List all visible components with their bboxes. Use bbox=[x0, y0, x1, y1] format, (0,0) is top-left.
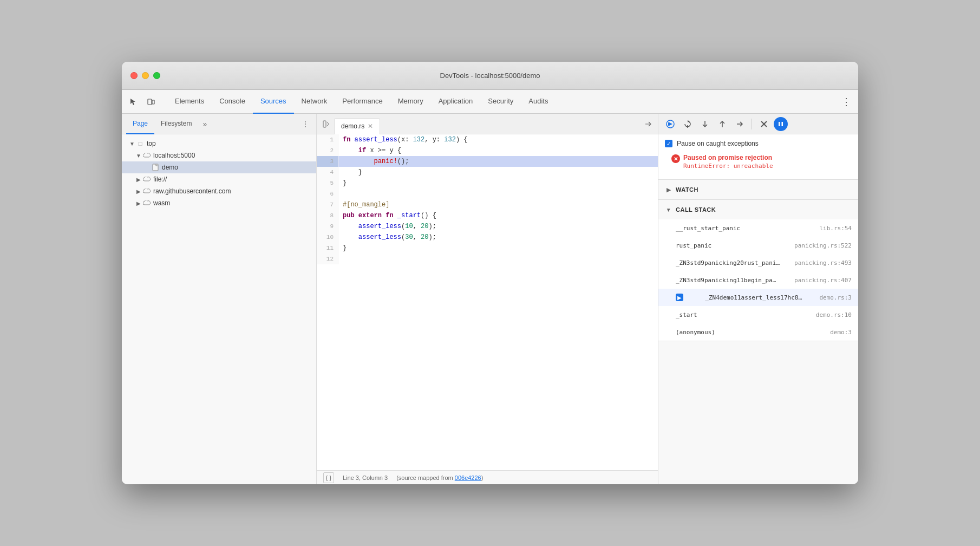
step-out-button[interactable] bbox=[715, 116, 730, 132]
tab-filesystem[interactable]: Filesystem bbox=[154, 114, 198, 134]
tab-memory[interactable]: Memory bbox=[390, 90, 431, 114]
cs-name-3: _ZN3std9panicking20rust_pani… bbox=[676, 259, 780, 266]
pause-on-exception-button[interactable] bbox=[774, 117, 788, 131]
tree-arrow-raw-github: ▶ bbox=[135, 188, 142, 194]
more-panel-tabs-button[interactable]: » bbox=[198, 118, 211, 131]
editor-panel: demo.rs ✕ 1 fn assert_less(x: i32, y: i3… bbox=[317, 114, 658, 484]
tree-item-localhost[interactable]: ▼ localhost:5000 bbox=[122, 150, 316, 161]
tree-item-demo[interactable]: demo bbox=[122, 161, 316, 173]
code-line-2: 2 if x >= y { bbox=[317, 145, 658, 156]
pause-on-caught-checkbox[interactable]: ✓ bbox=[665, 140, 672, 147]
close-button[interactable] bbox=[130, 72, 138, 79]
tree-item-wasm[interactable]: ▶ wasm bbox=[122, 197, 316, 209]
left-panel: Page Filesystem » ⋮ ▼ □ top ▼ bbox=[122, 114, 317, 484]
code-line-3: 3 panic!(); bbox=[317, 156, 658, 167]
cs-loc-5: demo.rs:3 bbox=[819, 294, 852, 301]
debug-separator bbox=[752, 119, 752, 129]
more-tabs-button[interactable]: ⋮ bbox=[839, 94, 854, 109]
line-num-11: 11 bbox=[317, 243, 338, 253]
step-button[interactable] bbox=[732, 116, 747, 132]
panel-action-menu[interactable]: ⋮ bbox=[299, 118, 312, 131]
tab-page[interactable]: Page bbox=[126, 114, 154, 134]
tab-elements[interactable]: Elements bbox=[167, 90, 212, 114]
editor-tab-close[interactable]: ✕ bbox=[368, 122, 373, 130]
source-map-link[interactable]: 006e4226 bbox=[455, 474, 481, 481]
paused-error: ✕ Paused on promise rejection RuntimeErr… bbox=[671, 154, 845, 170]
code-editor[interactable]: 1 fn assert_less(x: i32, y: i32) { 2 if … bbox=[317, 134, 658, 470]
call-stack-frame-1[interactable]: __rust_start_panic lib.rs:54 bbox=[658, 219, 858, 237]
statusbar-position: Line 3, Column 3 bbox=[343, 474, 388, 481]
editor-statusbar: { } Line 3, Column 3 (source mapped from… bbox=[317, 470, 658, 484]
main-nav-tabs: Elements Console Sources Network Perform… bbox=[167, 90, 556, 113]
window-title: DevTools - localhost:5000/demo bbox=[440, 72, 540, 80]
tree-item-raw-github[interactable]: ▶ raw.githubusercontent.com bbox=[122, 185, 316, 197]
minimize-button[interactable] bbox=[142, 72, 149, 79]
code-lines: 1 fn assert_less(x: i32, y: i32) { 2 if … bbox=[317, 134, 658, 264]
cs-name-2: rust_panic bbox=[676, 242, 711, 249]
call-stack-arrow-icon: ▼ bbox=[665, 206, 672, 213]
svg-point-6 bbox=[687, 127, 688, 128]
step-over-button[interactable] bbox=[680, 116, 695, 132]
select-element-button[interactable] bbox=[126, 94, 141, 109]
tab-console[interactable]: Console bbox=[212, 90, 253, 114]
call-stack-frame-2[interactable]: rust_panic panicking.rs:522 bbox=[658, 237, 858, 254]
call-stack-section-header[interactable]: ▼ Call Stack bbox=[658, 200, 858, 219]
svg-rect-2 bbox=[153, 164, 158, 171]
step-into-button[interactable] bbox=[697, 116, 713, 132]
tree-arrow-wasm: ▶ bbox=[135, 200, 142, 206]
editor-nav-back[interactable] bbox=[319, 116, 334, 132]
code-line-6: 6 bbox=[317, 188, 658, 199]
tab-audits[interactable]: Audits bbox=[521, 90, 556, 114]
line-content-1: fn assert_less(x: i32, y: i32) { bbox=[338, 134, 658, 145]
cs-name-4: _ZN3std9panicking11begin_pa… bbox=[676, 277, 776, 284]
cloud-icon-localhost bbox=[142, 151, 151, 160]
file-icon-demo bbox=[151, 163, 160, 172]
cloud-icon-raw-github bbox=[142, 187, 151, 196]
line-num-8: 8 bbox=[317, 210, 338, 221]
deactivate-breakpoints-button[interactable] bbox=[756, 116, 772, 132]
line-num-10: 10 bbox=[317, 232, 338, 243]
line-num-3: 3 bbox=[317, 156, 338, 167]
call-stack-frame-4[interactable]: _ZN3std9panicking11begin_pa… panicking.r… bbox=[658, 271, 858, 289]
svg-rect-5 bbox=[668, 122, 669, 126]
error-icon: ✕ bbox=[671, 154, 680, 163]
tree-label-demo: demo bbox=[162, 164, 178, 171]
call-stack-frame-3[interactable]: _ZN3std9panicking20rust_pani… panicking.… bbox=[658, 254, 858, 271]
device-toolbar-button[interactable] bbox=[143, 94, 159, 109]
right-panel: ✓ Pause on caught exceptions ✕ Paused on… bbox=[658, 114, 858, 484]
cs-loc-7: demo:3 bbox=[830, 329, 852, 336]
line-num-2: 2 bbox=[317, 145, 338, 156]
resume-button[interactable] bbox=[663, 116, 678, 132]
format-button[interactable]: { } bbox=[323, 472, 334, 483]
line-content-10: assert_less(30, 20); bbox=[338, 232, 658, 243]
exception-section: ✓ Pause on caught exceptions ✕ Paused on… bbox=[658, 134, 858, 180]
code-line-1: 1 fn assert_less(x: i32, y: i32) { bbox=[317, 134, 658, 145]
editor-stream-button[interactable] bbox=[641, 116, 656, 132]
tree-item-top[interactable]: ▼ □ top bbox=[122, 138, 316, 150]
editor-tab-demo[interactable]: demo.rs ✕ bbox=[334, 118, 380, 134]
svg-rect-10 bbox=[782, 122, 783, 126]
watch-section-header[interactable]: ▶ Watch bbox=[658, 180, 858, 199]
tab-performance[interactable]: Performance bbox=[335, 90, 390, 114]
tab-network[interactable]: Network bbox=[294, 90, 335, 114]
pause-on-caught-row: ✓ Pause on caught exceptions bbox=[665, 140, 852, 147]
call-stack-frame-6[interactable]: _start demo.rs:10 bbox=[658, 306, 858, 323]
call-stack-frame-7[interactable]: (anonymous) demo:3 bbox=[658, 323, 858, 341]
content-area: Page Filesystem » ⋮ ▼ □ top ▼ bbox=[122, 114, 858, 484]
tab-security[interactable]: Security bbox=[480, 90, 521, 114]
pause-on-caught-label: Pause on caught exceptions bbox=[677, 140, 759, 147]
code-line-10: 10 assert_less(30, 20); bbox=[317, 232, 658, 243]
tab-sources[interactable]: Sources bbox=[253, 90, 294, 114]
main-toolbar: Elements Console Sources Network Perform… bbox=[122, 90, 858, 114]
devtools-window: DevTools - localhost:5000/demo Elements … bbox=[122, 62, 858, 484]
tree-label-localhost: localhost:5000 bbox=[153, 152, 195, 159]
cloud-icon-file bbox=[142, 175, 151, 184]
tab-application[interactable]: Application bbox=[431, 90, 481, 114]
statusbar-source-map: (source mapped from 006e4226) bbox=[396, 474, 483, 481]
paused-title: Paused on promise rejection bbox=[683, 154, 773, 161]
maximize-button[interactable] bbox=[153, 72, 160, 79]
code-line-11: 11 } bbox=[317, 243, 658, 253]
call-stack-frame-5[interactable]: ▶ _ZN4demo11assert_less17hc8… demo.rs:3 bbox=[658, 289, 858, 306]
tree-item-file[interactable]: ▶ file:// bbox=[122, 173, 316, 185]
tree-arrow-top: ▼ bbox=[128, 141, 136, 147]
